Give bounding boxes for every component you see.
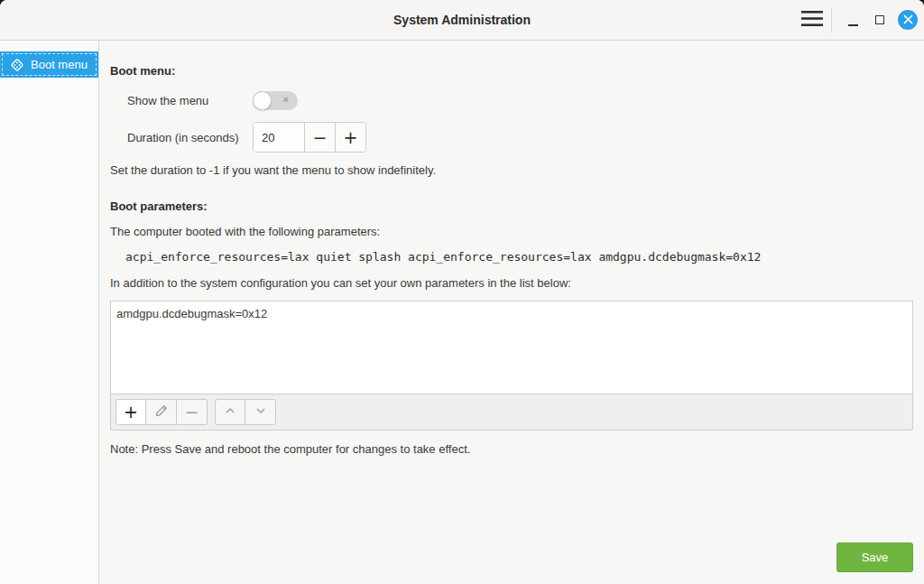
chevron-down-icon	[254, 403, 268, 421]
pencil-icon	[154, 403, 169, 421]
duration-row: Duration (in seconds) − +	[127, 122, 913, 153]
move-up-button[interactable]	[215, 399, 245, 425]
system-administration-window: System Administration	[0, 0, 924, 584]
show-menu-toggle[interactable]: ×	[253, 91, 298, 110]
add-parameter-button[interactable]: +	[116, 399, 146, 425]
hamburger-icon	[801, 10, 823, 30]
window-title: System Administration	[0, 13, 924, 27]
minus-icon: −	[313, 129, 328, 146]
remove-parameter-button[interactable]: −	[177, 399, 208, 425]
move-button-group	[215, 399, 276, 425]
plus-icon: +	[344, 129, 358, 146]
close-button[interactable]	[898, 10, 918, 30]
duration-decrement-button[interactable]: −	[304, 123, 335, 152]
minimize-button[interactable]	[839, 6, 866, 33]
duration-spinbutton: − +	[253, 122, 366, 153]
reboot-note: Note: Press Save and reboot the computer…	[110, 441, 913, 458]
save-button[interactable]: Save	[836, 542, 913, 572]
titlebar-controls	[799, 6, 924, 33]
duration-label: Duration (in seconds)	[127, 131, 253, 144]
boot-diamond-icon	[10, 58, 24, 72]
edit-button-group: + −	[116, 399, 208, 425]
window-body: Boot menu Boot menu: Show the menu × Dur…	[0, 41, 924, 584]
titlebar-separator	[831, 7, 832, 32]
plus-icon: +	[124, 403, 138, 421]
boot-parameters-heading: Boot parameters:	[110, 199, 913, 215]
hamburger-menu-button[interactable]	[799, 6, 826, 33]
maximize-button[interactable]	[866, 6, 893, 33]
toggle-knob	[253, 91, 272, 110]
move-down-button[interactable]	[245, 399, 276, 425]
duration-hint: Set the duration to -1 if you want the m…	[110, 162, 913, 179]
booted-parameters-value: acpi_enforce_resources=lax quiet splash …	[125, 249, 913, 265]
custom-params-intro: In addition to the system configuration …	[110, 275, 913, 292]
chevron-up-icon	[223, 403, 237, 421]
list-toolbar: + −	[110, 394, 913, 431]
main-content: Boot menu: Show the menu × Duration (in …	[99, 41, 924, 584]
booted-with-label: The computer booted with the following p…	[110, 224, 913, 240]
sidebar: Boot menu	[0, 41, 99, 584]
list-item[interactable]: amdgpu.dcdebugmask=0x12	[111, 301, 912, 320]
maximize-icon	[875, 15, 884, 24]
show-menu-label: Show the menu	[127, 94, 253, 107]
toggle-off-icon: ×	[283, 95, 289, 105]
duration-input[interactable]	[254, 123, 304, 152]
sidebar-item-label: Boot menu	[31, 58, 88, 71]
sidebar-item-boot-menu[interactable]: Boot menu	[0, 51, 98, 78]
minimize-icon	[848, 23, 858, 26]
titlebar[interactable]: System Administration	[0, 0, 924, 41]
show-menu-row: Show the menu ×	[127, 90, 913, 110]
close-icon	[903, 14, 913, 27]
custom-parameters-list[interactable]: amdgpu.dcdebugmask=0x12	[110, 301, 913, 394]
edit-parameter-button[interactable]	[146, 399, 177, 425]
duration-increment-button[interactable]: +	[335, 123, 365, 152]
minus-icon: −	[185, 403, 199, 421]
boot-menu-heading: Boot menu:	[110, 63, 913, 79]
